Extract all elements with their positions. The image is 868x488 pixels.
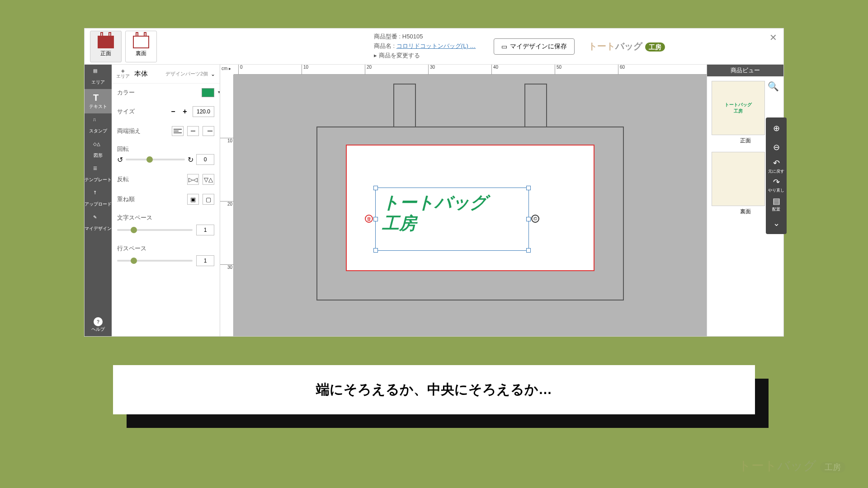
order-back-button[interactable]: ▢: [203, 194, 214, 205]
align-left-button[interactable]: [172, 126, 184, 136]
handle-br[interactable]: [526, 248, 531, 253]
rotate-handle-icon[interactable]: ©: [531, 215, 539, 223]
selection-box[interactable]: トートバッグ 工房 🗑 ©: [375, 188, 529, 251]
handle-mr[interactable]: [526, 217, 531, 221]
name-label: 商品名 :: [374, 42, 396, 49]
tab-back[interactable]: 裏面: [125, 31, 157, 62]
parts-count: デザインパーツ2個: [165, 70, 208, 77]
edit-icon: ✎: [93, 215, 103, 225]
flip-v-button[interactable]: ▽△: [203, 174, 214, 185]
delete-handle-icon[interactable]: 🗑: [365, 215, 373, 223]
ruler-horizontal: 0 10 20 30 40 50 60: [234, 65, 707, 75]
save-icon: ▭: [501, 43, 507, 50]
close-icon[interactable]: ✕: [769, 32, 777, 43]
tool-shape[interactable]: ◇△図形: [85, 138, 112, 162]
align-center-button[interactable]: [187, 126, 199, 136]
zoom-out-icon: ⊖: [773, 142, 780, 152]
left-toolbar: ▤エリア Tテキスト ⎍スタンプ ◇△図形 ☰テンプレート ⤒アップロード ✎マ…: [85, 65, 112, 336]
row-rotate-label: 回転: [112, 141, 220, 154]
play-icon: ▸: [374, 51, 377, 61]
tool-text[interactable]: Tテキスト: [85, 89, 112, 113]
tab-front[interactable]: 正面: [90, 31, 122, 62]
row-align: 両端揃え: [112, 122, 220, 141]
size-minus[interactable]: −: [169, 108, 177, 116]
align-right-button[interactable]: [203, 126, 214, 136]
align-icon: ▤: [773, 196, 780, 206]
layers-icon: ◈エリア: [116, 68, 130, 80]
zoom-out-button[interactable]: ⊖: [768, 139, 784, 155]
handle-tl[interactable]: [373, 186, 378, 190]
bag-back-icon: [133, 36, 149, 48]
tool-area[interactable]: ▤エリア: [85, 65, 112, 89]
design-text[interactable]: トートバッグ 工房: [376, 188, 528, 238]
thumb-back-image: [712, 152, 765, 206]
upload-icon: ⤒: [93, 190, 103, 200]
rotate-cw-icon[interactable]: ↻: [188, 155, 193, 164]
template-icon: ☰: [93, 166, 103, 176]
handle-ml[interactable]: [373, 217, 378, 221]
size-input[interactable]: [193, 106, 214, 117]
chevron-down-icon: ⌄: [773, 218, 780, 228]
save-design-button[interactable]: ▭マイデザインに保存: [494, 38, 575, 55]
product-info: 商品型番 : H50105 商品名 : コロリドコットンバッグ(L) … ▸商品…: [374, 32, 476, 60]
thumb-front-image: トートバッグ 工房: [712, 81, 765, 135]
row-color: カラー: [112, 84, 220, 102]
ruler-unit: cm ▸: [222, 66, 231, 71]
row-flip: 反転 ▷◁ ▽△: [112, 169, 220, 189]
size-plus[interactable]: +: [181, 108, 189, 116]
tool-stamp[interactable]: ⎍スタンプ: [85, 113, 112, 138]
tool-upload[interactable]: ⤒アップロード: [85, 187, 112, 211]
canvas[interactable]: トートバッグ 工房 🗑 ©: [234, 75, 707, 336]
row-order: 重ね順 ▣ ▢: [112, 189, 220, 209]
bag-handle-right: [524, 84, 547, 129]
props-header[interactable]: ◈エリア 本体 デザインパーツ2個 ⌄: [112, 65, 220, 84]
product-view-header: 商品ビュー: [707, 65, 783, 76]
model-label: 商品型番 :: [374, 33, 402, 40]
main-area: ▤エリア Tテキスト ⎍スタンプ ◇△図形 ☰テンプレート ⤒アップロード ✎マ…: [85, 65, 783, 336]
flip-h-button[interactable]: ▷◁: [187, 174, 199, 185]
topbar: 正面 裏面 商品型番 : H50105 商品名 : コロリドコットンバッグ(L)…: [85, 28, 783, 65]
bag-front-icon: [98, 36, 114, 48]
shapes-icon: ◇△: [93, 141, 103, 151]
canvas-controls: ⊕ ⊖ ↶元に戻す ↷やり直し ▤配置 ⌄: [766, 117, 787, 234]
caption-block: 端にそろえるか、中央にそろえるか…: [113, 365, 755, 414]
handle-bl[interactable]: [373, 248, 378, 253]
redo-button[interactable]: ↷やり直し: [768, 177, 784, 193]
color-swatch[interactable]: [202, 88, 214, 97]
handle-tr[interactable]: [526, 186, 531, 190]
layers-icon: ▤: [93, 68, 103, 78]
bag-handle-left: [393, 84, 416, 129]
canvas-area: cm ▸ 0 10 20 30 40 50 60 10 20 30: [220, 65, 707, 336]
tool-template[interactable]: ☰テンプレート: [85, 162, 112, 187]
expand-button[interactable]: ⌄: [768, 215, 784, 231]
row-line-spacing: 行スペース: [112, 240, 220, 271]
tab-front-label: 正面: [100, 50, 111, 57]
zoom-icon[interactable]: 🔍: [768, 81, 779, 92]
line-spacing-input[interactable]: [196, 255, 214, 266]
rotate-ccw-icon[interactable]: ↺: [117, 155, 123, 164]
design-editor-window: 正面 裏面 商品型番 : H50105 商品名 : コロリドコットンバッグ(L)…: [84, 28, 784, 337]
order-front-button[interactable]: ▣: [187, 194, 199, 205]
letter-spacing-input[interactable]: [196, 225, 214, 235]
help-button[interactable]: ?ヘルプ: [85, 314, 112, 336]
row-size: サイズ − +: [112, 102, 220, 122]
zoom-in-button[interactable]: ⊕: [768, 120, 784, 136]
stamp-icon: ⎍: [93, 117, 103, 127]
rotate-slider[interactable]: [126, 159, 185, 160]
area-title: 本体: [134, 70, 148, 78]
letter-spacing-slider[interactable]: [117, 229, 193, 231]
line-spacing-slider[interactable]: [117, 260, 193, 262]
row-rotate: ↺ ↻: [112, 154, 220, 169]
zoom-in-icon: ⊕: [773, 123, 780, 133]
undo-icon: ↶: [773, 158, 780, 168]
undo-button[interactable]: ↶元に戻す: [768, 158, 784, 174]
tool-mydesign[interactable]: ✎マイデザイン: [85, 211, 112, 235]
arrange-button[interactable]: ▤配置: [768, 196, 784, 212]
change-product-link[interactable]: ▸商品を変更する: [374, 51, 476, 61]
tab-back-label: 裏面: [136, 50, 146, 57]
chevron-down-icon: ⌄: [211, 71, 215, 77]
brand-logo: トートバッグ 工房: [588, 40, 665, 52]
product-name-link[interactable]: コロリドコットンバッグ(L) …: [396, 42, 476, 49]
model-value: H50105: [402, 33, 423, 40]
rotate-input[interactable]: [196, 154, 214, 165]
